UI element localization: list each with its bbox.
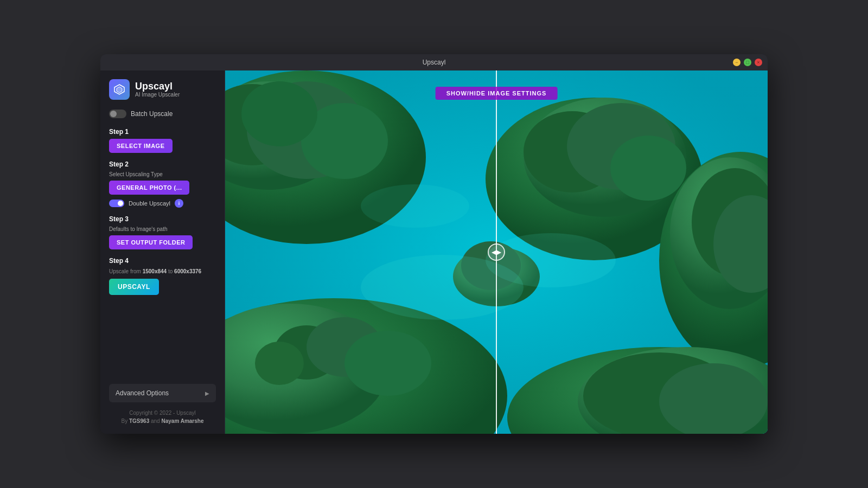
upscayl-button[interactable]: UPSCAYL: [109, 279, 159, 295]
step2-title: Step 2: [109, 160, 216, 168]
step1-section: Step 1 SELECT IMAGE: [109, 128, 216, 153]
double-upscayl-info-badge[interactable]: i: [175, 199, 183, 208]
set-output-folder-button[interactable]: SET OUTPUT FOLDER: [109, 235, 193, 249]
svg-point-9: [344, 331, 431, 396]
step3-subtitle: Defaults to Image's path: [109, 226, 216, 232]
step2-section: Step 2 Select Upscaling Type GENERAL PHO…: [109, 160, 216, 208]
step4-title: Step 4: [109, 257, 216, 265]
double-upscayl-label: Double Upscayl: [129, 200, 170, 207]
chevron-right-icon: ▶: [205, 390, 209, 396]
step3-section: Step 3 Defaults to Image's path SET OUTP…: [109, 215, 216, 249]
maximize-button[interactable]: □: [744, 59, 751, 66]
svg-marker-1: [117, 87, 122, 93]
app-title: Upscayl: [135, 81, 180, 92]
advanced-options-panel[interactable]: Advanced Options ▶: [109, 384, 216, 402]
to-size: 6000x3376: [174, 268, 201, 274]
svg-point-33: [361, 184, 469, 228]
step1-title: Step 1: [109, 128, 216, 136]
advanced-options-label: Advanced Options: [116, 389, 169, 397]
tgs-link[interactable]: TGS963: [129, 418, 149, 424]
step2-subtitle: Select Upscaling Type: [109, 171, 216, 177]
app-window: Upscayl − □ × Upscayl AI Image Upscaler: [100, 54, 768, 434]
show-hide-settings-banner[interactable]: SHOW/HIDE IMAGE SETTINGS: [436, 87, 558, 100]
app-name-block: Upscayl AI Image Upscaler: [135, 81, 180, 98]
from-size: 1500x844: [143, 268, 167, 274]
window-title: Upscayl: [423, 59, 446, 66]
svg-point-32: [486, 233, 616, 287]
comparison-divider: ◀▶: [496, 70, 497, 434]
credits-text: By TGS963 and Nayam Amarshe: [109, 417, 216, 425]
footer: Copyright © 2022 - Upscayl By TGS963 and…: [109, 409, 216, 425]
batch-toggle-label: Batch Upscale: [131, 110, 173, 118]
batch-toggle-row: Batch Upscale: [109, 110, 216, 118]
sidebar: Upscayl AI Image Upscaler Batch Upscale …: [100, 70, 225, 434]
step3-title: Step 3: [109, 215, 216, 223]
comparison-handle-icon: ◀▶: [492, 248, 501, 256]
batch-toggle[interactable]: [109, 110, 126, 118]
double-upscayl-toggle[interactable]: [109, 200, 124, 207]
close-button[interactable]: ×: [755, 59, 762, 66]
svg-point-15: [241, 81, 317, 146]
svg-point-20: [610, 136, 686, 201]
copyright-text: Copyright © 2022 - Upscayl: [109, 409, 216, 417]
window-controls: − □ ×: [733, 59, 762, 66]
upscale-dimensions-info: Upscale from 1500x844 to 6000x3376: [109, 268, 216, 275]
app-icon: [109, 79, 130, 100]
nayam-link[interactable]: Nayam Amarshe: [161, 418, 203, 424]
minimize-button[interactable]: −: [733, 59, 741, 66]
upscaling-type-button[interactable]: GENERAL PHOTO (...: [109, 181, 189, 195]
step4-section: Step 4 Upscale from 1500x844 to 6000x337…: [109, 257, 216, 295]
main-content: Upscayl AI Image Upscaler Batch Upscale …: [100, 70, 768, 434]
app-header: Upscayl AI Image Upscaler: [109, 79, 216, 100]
image-comparison-area[interactable]: SHOW/HIDE IMAGE SETTINGS ◀▶: [225, 70, 768, 434]
select-image-button[interactable]: SELECT IMAGE: [109, 139, 173, 153]
comparison-handle[interactable]: ◀▶: [488, 243, 505, 261]
svg-point-8: [255, 342, 304, 385]
titlebar: Upscayl − □ ×: [100, 54, 768, 70]
double-upscayl-row: Double Upscayl i: [109, 199, 216, 208]
app-subtitle: AI Image Upscaler: [135, 92, 180, 98]
